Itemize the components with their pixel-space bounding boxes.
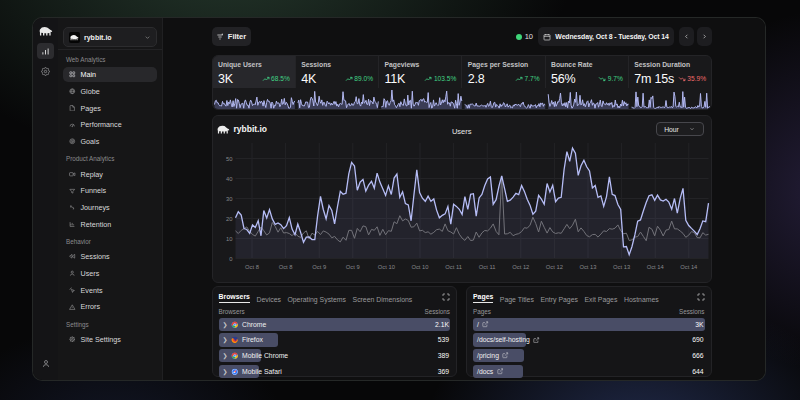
svg-text:Oct 12: Oct 12 (545, 264, 562, 270)
svg-text:Oct 14: Oct 14 (646, 264, 664, 270)
svg-text:30: 30 (226, 196, 232, 202)
svg-text:10: 10 (226, 236, 232, 242)
svg-text:Oct 13: Oct 13 (613, 264, 630, 270)
svg-text:Oct 11: Oct 11 (478, 264, 495, 270)
svg-text:Oct 8: Oct 8 (278, 264, 292, 270)
svg-text:Oct 10: Oct 10 (411, 264, 428, 270)
svg-text:Oct 11: Oct 11 (445, 264, 462, 270)
svg-text:Oct 14: Oct 14 (680, 264, 698, 270)
svg-text:Oct 13: Oct 13 (579, 264, 596, 270)
svg-text:Oct 9: Oct 9 (312, 264, 326, 270)
svg-text:Oct 12: Oct 12 (512, 264, 529, 270)
svg-text:Oct 10: Oct 10 (377, 264, 394, 270)
svg-text:Oct 9: Oct 9 (345, 264, 359, 270)
svg-text:0: 0 (229, 256, 232, 262)
svg-text:50: 50 (226, 156, 232, 162)
svg-text:20: 20 (226, 216, 232, 222)
svg-text:Oct 8: Oct 8 (245, 264, 259, 270)
svg-text:40: 40 (226, 176, 232, 182)
